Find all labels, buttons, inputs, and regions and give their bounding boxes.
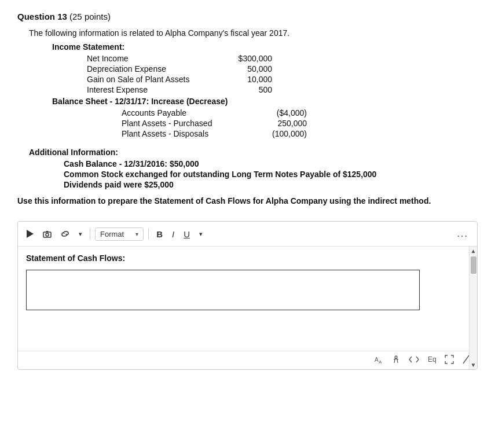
income-value-2: 50,000 (214, 64, 272, 74)
balance-sheet-table: Accounts Payable ($4,000) Plant Assets -… (122, 108, 478, 138)
balance-sheet-section: Balance Sheet - 12/31/17: Increase (Decr… (52, 97, 478, 138)
income-label-4: Interest Expense (87, 85, 214, 94)
link-button[interactable] (58, 228, 72, 240)
income-statement-label: Income Statement: (52, 42, 478, 52)
svg-point-5 (395, 356, 397, 358)
balance-sheet-label: Balance Sheet - 12/31/17: Increase (Decr… (52, 97, 478, 106)
format-options-chevron-icon: ▾ (199, 230, 203, 238)
play-button[interactable] (24, 227, 36, 240)
italic-label: I (172, 229, 174, 239)
additional-info-item-3: Dividends paid were $25,000 (64, 180, 478, 189)
additional-info-section: Additional Information: Cash Balance - 1… (29, 148, 478, 189)
underline-button[interactable]: U (181, 227, 193, 241)
svg-marker-0 (27, 230, 34, 238)
intro-text: The following information is related to … (29, 28, 478, 38)
toolbar-divider-1 (90, 228, 90, 240)
equation-icon[interactable]: Eq (427, 355, 437, 366)
income-value-3: 10,000 (214, 75, 272, 84)
svg-text:A: A (379, 359, 382, 364)
svg-point-2 (46, 233, 49, 236)
question-header: Question 13 (25 points) (17, 12, 478, 21)
balance-value-1: ($4,000) (249, 108, 307, 117)
use-info-text: Use this information to prepare the Stat… (17, 195, 478, 207)
bold-button[interactable]: B (153, 227, 166, 241)
fullscreen-icon[interactable] (445, 355, 454, 366)
svg-line-7 (463, 355, 469, 363)
font-size-icon[interactable]: A A (374, 355, 383, 366)
balance-label-2: Plant Assets - Purchased (122, 119, 249, 128)
snapshot-button[interactable] (40, 228, 54, 240)
balance-value-3: (100,000) (249, 129, 307, 138)
toolbar-chevron-down-icon: ▾ (79, 230, 82, 238)
svg-text:A: A (375, 357, 379, 363)
additional-info-label: Additional Information: (29, 148, 478, 157)
balance-value-2: 250,000 (249, 119, 307, 128)
toolbar-divider-2 (148, 228, 149, 240)
scrollbar-arrow-down-icon[interactable]: ▼ (471, 362, 476, 368)
editor-toolbar: ▾ Format ▾ B I U ▾ ... (18, 222, 477, 247)
format-dropdown[interactable]: Format ▾ (95, 227, 144, 241)
income-row-1: Net Income $300,000 (87, 54, 478, 63)
format-chevron-down-icon: ▾ (135, 231, 138, 237)
editor-main: Statement of Cash Flows: A A (18, 247, 477, 369)
income-row-2: Depreciation Expense 50,000 (87, 64, 478, 74)
toolbar-chevron-button[interactable]: ▾ (76, 228, 85, 240)
editor-input-box[interactable] (26, 270, 420, 310)
scrollbar-arrow-up-icon[interactable]: ▲ (471, 248, 476, 254)
editor-footer: A A (18, 351, 477, 369)
balance-row-3: Plant Assets - Disposals (100,000) (122, 129, 478, 138)
underline-label: U (184, 229, 190, 239)
income-label-1: Net Income (87, 54, 214, 63)
bold-label: B (156, 229, 163, 239)
income-row-4: Interest Expense 500 (87, 85, 478, 94)
italic-button[interactable]: I (169, 227, 177, 241)
income-statement-table: Net Income $300,000 Depreciation Expense… (87, 54, 478, 94)
editor-container: ▾ Format ▾ B I U ▾ ... (17, 221, 478, 370)
format-dropdown-label: Format (100, 230, 124, 238)
editor-outer: Statement of Cash Flows: A A (18, 247, 477, 369)
format-options-chevron-button[interactable]: ▾ (196, 228, 206, 240)
more-options-button[interactable]: ... (454, 226, 471, 241)
svg-text:Eq: Eq (428, 355, 437, 363)
income-value-1: $300,000 (214, 54, 272, 63)
additional-info-item-2: Common Stock exchanged for outstanding L… (64, 170, 478, 179)
scrollbar-thumb[interactable] (471, 256, 476, 274)
balance-label-1: Accounts Payable (122, 108, 249, 117)
statement-label: Statement of Cash Flows: (26, 254, 469, 263)
more-options-label: ... (457, 229, 468, 239)
balance-label-3: Plant Assets - Disposals (122, 129, 249, 138)
balance-row-1: Accounts Payable ($4,000) (122, 108, 478, 117)
income-label-2: Depreciation Expense (87, 64, 214, 74)
income-label-3: Gain on Sale of Plant Assets (87, 75, 214, 84)
code-icon[interactable] (409, 355, 419, 365)
additional-info-item-1: Cash Balance - 12/31/2016: $50,000 (64, 159, 478, 168)
editor-body: Statement of Cash Flows: (18, 247, 477, 351)
accessibility-icon[interactable] (391, 355, 401, 366)
editor-scrollbar[interactable]: ▲ ▼ (469, 247, 477, 369)
income-row-3: Gain on Sale of Plant Assets 10,000 (87, 75, 478, 84)
balance-row-2: Plant Assets - Purchased 250,000 (122, 119, 478, 128)
question-number: Question 13 (17, 12, 67, 21)
question-points: (25 points) (69, 12, 111, 21)
income-value-4: 500 (214, 85, 272, 94)
